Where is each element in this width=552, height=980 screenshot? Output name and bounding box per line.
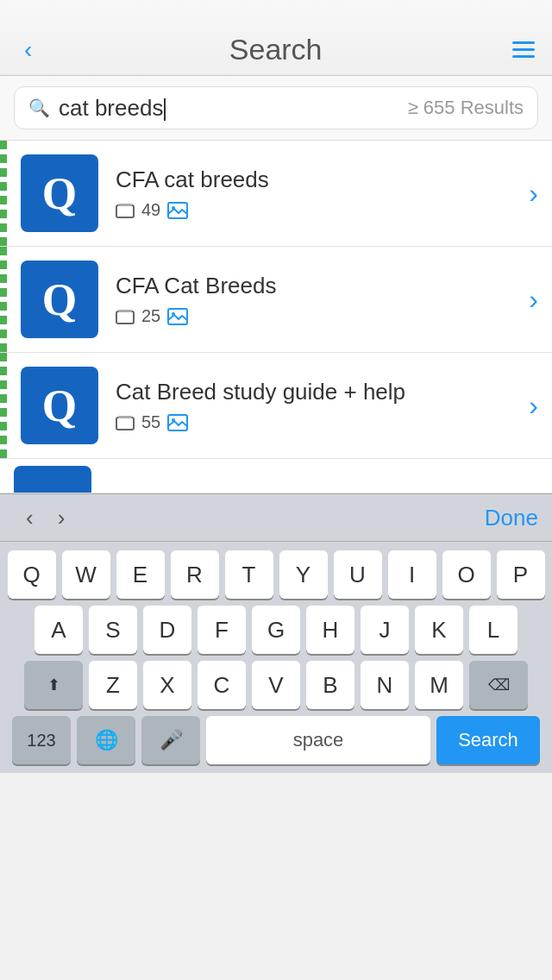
toolbar-done-button[interactable]: Done	[485, 505, 538, 531]
search-key[interactable]: Search	[436, 716, 540, 764]
globe-key[interactable]: 🌐	[77, 716, 135, 764]
result-item-2[interactable]: Q CFA Cat Breeds 25	[0, 247, 552, 353]
toolbar-back-button[interactable]: ‹	[14, 498, 46, 538]
result-title-3: Cat Breed study guide + help	[116, 379, 520, 405]
key-q[interactable]: Q	[8, 550, 56, 599]
navigation-bar: ‹ Search	[0, 0, 552, 76]
number-key[interactable]: 123	[12, 716, 71, 764]
result-meta-2: 25	[116, 306, 520, 326]
card-count-1: 49	[141, 200, 160, 220]
key-h[interactable]: H	[306, 606, 354, 654]
result-item-1[interactable]: Q CFA cat breeds 49	[0, 141, 552, 247]
key-f[interactable]: F	[198, 606, 246, 654]
toolbar-forward-button[interactable]: ›	[46, 498, 78, 538]
key-c[interactable]: C	[198, 661, 246, 709]
back-button[interactable]: ‹	[17, 29, 39, 71]
search-input[interactable]: cat breeds	[59, 95, 408, 122]
result-info-2: CFA Cat Breeds 25	[116, 273, 520, 326]
partial-result-item	[0, 459, 552, 493]
key-w[interactable]: W	[62, 550, 110, 599]
key-y[interactable]: Y	[279, 550, 328, 599]
result-title-1: CFA cat breeds	[116, 166, 520, 193]
svg-rect-9	[118, 416, 132, 418]
chevron-right-icon: ›	[529, 390, 538, 422]
menu-button[interactable]	[512, 41, 535, 58]
key-l[interactable]: L	[469, 606, 518, 654]
result-title-2: CFA Cat Breeds	[116, 273, 520, 299]
results-list: Q CFA cat breeds 49	[0, 141, 552, 493]
key-m[interactable]: M	[415, 661, 463, 709]
image-icon	[167, 414, 188, 431]
chevron-right-icon: ›	[529, 284, 538, 316]
key-d[interactable]: D	[143, 606, 191, 654]
key-r[interactable]: R	[171, 550, 219, 599]
keyboard-toolbar: ‹ › Done	[0, 493, 552, 542]
svg-rect-0	[116, 205, 134, 217]
svg-rect-1	[118, 204, 132, 206]
page-title: Search	[229, 33, 323, 66]
result-thumbnail-2: Q	[21, 261, 98, 338]
key-v[interactable]: V	[252, 661, 300, 709]
chevron-right-icon: ›	[529, 178, 538, 210]
search-bar[interactable]: 🔍 cat breeds ≥ 655 Results	[14, 86, 538, 129]
search-icon: 🔍	[28, 97, 50, 118]
result-meta-3: 55	[116, 412, 520, 432]
result-thumbnail-1: Q	[21, 154, 98, 232]
key-s[interactable]: S	[89, 606, 137, 654]
svg-rect-8	[116, 418, 134, 430]
quizlet-logo: Q	[42, 274, 77, 325]
key-z[interactable]: Z	[89, 661, 137, 709]
key-a[interactable]: A	[34, 606, 83, 654]
key-i[interactable]: I	[388, 550, 436, 599]
key-e[interactable]: E	[116, 550, 165, 599]
results-count: ≥ 655 Results	[408, 97, 524, 119]
key-b[interactable]: B	[306, 661, 354, 709]
keyboard-row-1: Q W E R T Y U I O P	[3, 550, 549, 599]
cards-icon	[116, 203, 135, 218]
quizlet-logo: Q	[42, 380, 77, 431]
search-bar-container: 🔍 cat breeds ≥ 655 Results	[0, 76, 552, 141]
key-k[interactable]: K	[415, 606, 463, 654]
key-n[interactable]: N	[361, 661, 409, 709]
key-t[interactable]: T	[225, 550, 273, 599]
microphone-key[interactable]: 🎤	[141, 716, 200, 764]
hamburger-icon	[512, 41, 535, 58]
keyboard: Q W E R T Y U I O P A S D F G H J K L ⬆ …	[0, 542, 552, 773]
cards-icon	[116, 309, 135, 324]
image-icon	[167, 202, 188, 219]
key-o[interactable]: O	[442, 550, 491, 599]
svg-rect-5	[118, 310, 132, 312]
key-g[interactable]: G	[252, 606, 300, 654]
partial-thumbnail	[14, 466, 91, 493]
keyboard-row-4: 123 🌐 🎤 space Search	[3, 716, 549, 764]
result-info-1: CFA cat breeds 49	[116, 166, 520, 220]
quizlet-logo: Q	[42, 168, 77, 219]
keyboard-row-3: ⬆ Z X C V B N M ⌫	[3, 661, 549, 709]
shift-key[interactable]: ⬆	[24, 661, 83, 709]
cards-icon	[116, 415, 135, 430]
card-count-2: 25	[141, 306, 160, 326]
image-icon	[167, 308, 188, 325]
key-u[interactable]: U	[334, 550, 382, 599]
result-thumbnail-3: Q	[21, 367, 98, 444]
keyboard-row-2: A S D F G H J K L	[3, 606, 549, 654]
backspace-key[interactable]: ⌫	[469, 661, 528, 709]
key-j[interactable]: J	[361, 606, 409, 654]
space-key[interactable]: space	[206, 716, 430, 764]
cursor	[164, 98, 166, 121]
result-meta-1: 49	[116, 200, 520, 220]
key-p[interactable]: P	[497, 550, 545, 599]
result-item-3[interactable]: Q Cat Breed study guide + help 55	[0, 353, 552, 459]
key-x[interactable]: X	[143, 661, 191, 709]
card-count-3: 55	[141, 412, 160, 432]
svg-rect-4	[116, 311, 134, 324]
result-info-3: Cat Breed study guide + help 55	[116, 379, 520, 432]
